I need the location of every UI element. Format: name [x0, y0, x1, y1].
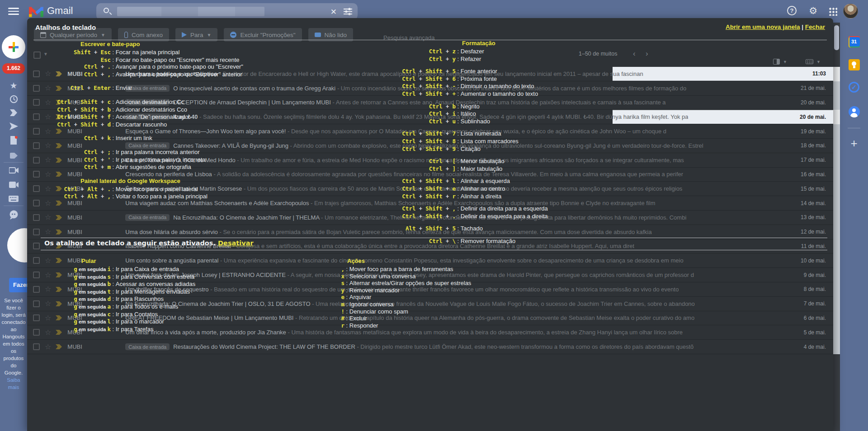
hamburger-menu-icon[interactable] [8, 8, 19, 15]
keep-icon[interactable] [840, 59, 868, 70]
shortcut-description: Arquivar [349, 294, 371, 301]
shortcut-description: Refazer [461, 56, 481, 63]
shortcut-entry: s : Alternar estrela/Girar opções de sup… [316, 280, 814, 287]
email-row-edge [833, 297, 840, 311]
hangouts-signin-button[interactable]: Fazer login [9, 278, 27, 292]
important-marker-icon[interactable] [0, 109, 27, 118]
overlay-links: Abrir em uma nova janela | Fechar [726, 23, 825, 30]
shortcut-description: Lista com marcadores [461, 138, 519, 145]
shortcut-entry: Ctrl + Shift + l : Alinhar à esquerda [316, 178, 832, 185]
hangouts-promo-text: Se você fizer o login, será conectado ao… [1, 297, 26, 391]
help-icon[interactable]: ? [787, 6, 797, 15]
shortcut-description: Remover marcador [349, 287, 400, 294]
shortcut-keys: g em seguida k [27, 326, 111, 333]
shortcut-keys: Ctrl + Shift + 7 [316, 130, 456, 138]
clear-search-icon[interactable]: ✕ [330, 7, 337, 17]
email-row-edge [833, 196, 840, 211]
shortcut-entry: , : Mover foco para a barra de ferrament… [316, 266, 814, 273]
label-icon[interactable] [0, 152, 27, 160]
shortcut-keys: Ctrl + [ [316, 158, 456, 165]
drafts-icon[interactable] [0, 136, 27, 146]
overlay-title: Atalhos do teclado [35, 23, 96, 31]
keyboard-icon[interactable] [0, 196, 27, 204]
shortcut-keys: Ctrl + ' [27, 156, 111, 164]
shortcut-keys: Ctrl + ; [27, 149, 111, 156]
shortcut-keys: Ctrl + y [316, 56, 456, 63]
shortcut-entry: Ctrl + ] : Maior tabulação [316, 165, 832, 173]
shortcut-description: Alternar estrela/Girar opções de super e… [349, 280, 472, 287]
shortcut-description: Alinhar ao centro [461, 185, 505, 193]
hangouts-contact-avatar[interactable] [7, 228, 27, 262]
shortcut-keys: r [316, 322, 344, 329]
shortcut-keys: g em seguida c [27, 311, 111, 319]
search-options-icon[interactable] [344, 8, 352, 15]
rail-divider [4, 206, 24, 206]
disable-shortcuts-link[interactable]: Desativar [218, 239, 254, 247]
open-in-new-window-link[interactable]: Abrir em uma nova janela [726, 23, 800, 30]
shortcut-description: Ir para Conversas com estrela [116, 273, 194, 281]
meet-camera-icon[interactable] [0, 167, 27, 175]
account-avatar[interactable] [843, 4, 858, 19]
compose-button[interactable] [2, 35, 25, 59]
shortcut-column-formatting: FormataçãoCtrl + z : DesfazerCtrl + y : … [316, 40, 832, 245]
shortcut-keys: Esc [27, 56, 111, 64]
starred-icon[interactable]: ★ [0, 80, 27, 91]
learn-more-link[interactable]: Saiba mais [7, 377, 20, 390]
shortcut-description: Ir para o marcador [116, 318, 164, 326]
shortcut-entry: Ctrl + ; : Ir para palavra incorreta ant… [27, 149, 316, 156]
shortcut-description: Voltar o foco para a janela principal [116, 193, 208, 201]
shortcut-column-actions: Ações, : Mover foco para a barra de ferr… [316, 258, 814, 329]
shortcut-entry: r : Responder [316, 322, 814, 329]
shortcut-entry: g em seguida b : Acessar as conversas ad… [27, 281, 316, 288]
search-query-redacted [117, 7, 264, 16]
shortcut-keys: Ctrl + Shift + - [316, 83, 456, 90]
shortcut-keys: Ctrl + . [27, 63, 111, 71]
shortcut-keys: Ctrl + z [316, 48, 456, 56]
shortcut-description: Desfazer [461, 48, 484, 56]
tasks-icon[interactable]: ✓ [840, 82, 868, 93]
settings-gear-icon[interactable]: ⚙ [809, 6, 817, 16]
email-row-edge [833, 239, 840, 254]
rail-divider [4, 162, 24, 163]
email-list-edge [833, 23, 840, 431]
sent-icon[interactable] [0, 122, 27, 132]
keyboard-shortcuts-overlay: Qualquer período▼Com anexoPara▼Excluir "… [27, 18, 833, 431]
shortcut-description: Acessar "De" personalizado [116, 113, 189, 121]
shortcut-keys: Ctrl + Shift + d [27, 121, 111, 129]
search-input[interactable]: ✕ [96, 3, 358, 20]
shortcut-keys: x [316, 273, 344, 280]
shortcut-entry: Ctrl + , : Avançar para o bate-papo ou "… [27, 71, 316, 79]
calendar-icon[interactable]: 31 [840, 36, 868, 47]
close-overlay-link[interactable]: Fechar [805, 23, 825, 30]
email-row-edge [833, 168, 840, 182]
google-apps-grid-icon[interactable] [828, 7, 837, 16]
video-icon[interactable] [0, 182, 27, 190]
shortcut-keys: Ctrl + , [27, 71, 111, 79]
shortcut-entry: Ctrl + b : Negrito [316, 103, 832, 111]
shortcut-description: Focar na janela principal [116, 49, 180, 56]
shortcut-keys: Ctrl + Shift + r [316, 193, 456, 201]
shortcut-entry: Alt + Shift + 5 : Tachado [316, 225, 832, 233]
snoozed-clock-icon[interactable] [0, 95, 27, 105]
left-navigation-rail: 1.662 ★ Fazer login Se você fizer o logi… [0, 23, 27, 431]
shortcut-section-title: Ações [347, 258, 814, 265]
get-addons-plus-icon[interactable]: + [840, 136, 868, 150]
shortcut-entry: Ctrl + i : Itálico [316, 110, 832, 118]
shortcut-entry: Ctrl + y : Refazer [316, 56, 832, 63]
shortcut-keys: Ctrl + Shift + 5 [316, 68, 456, 75]
shortcut-keys: g em seguida l [27, 318, 111, 326]
scrollbar-thumb[interactable] [834, 25, 839, 50]
shortcut-description: Ir para Caixa de entrada [116, 266, 179, 273]
shortcut-entry: g em seguida i : Ir para Caixa de entrad… [27, 266, 316, 273]
chat-icon[interactable] [0, 210, 27, 221]
shortcut-keys: # [316, 315, 344, 322]
shortcut-keys: g em seguida a [27, 303, 111, 311]
contacts-icon[interactable] [840, 106, 868, 117]
inbox-unread-badge[interactable]: 1.662 [2, 63, 25, 74]
rail-divider [848, 128, 860, 128]
shortcut-entry: Ctrl + Shift + 9 : Citação [316, 145, 832, 153]
search-icon [104, 8, 109, 13]
shortcut-description: Tachado [461, 225, 483, 233]
shortcut-entry: Ctrl + Shift + d : Descartar rascunho [27, 121, 316, 129]
shortcut-keys: Alt + Shift + 5 [316, 225, 456, 233]
